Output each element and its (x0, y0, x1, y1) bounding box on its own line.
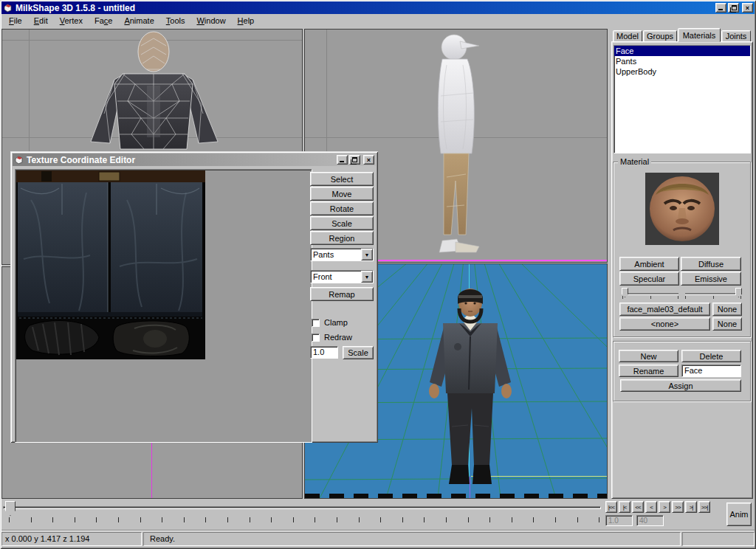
delete-button[interactable]: Delete (681, 350, 741, 362)
materials-list[interactable]: Face Pants UpperBody (614, 45, 751, 153)
first-frame-button[interactable]: |<< (605, 501, 617, 513)
region-button[interactable]: Region (310, 231, 374, 245)
tab-joints[interactable]: Joints (721, 30, 751, 42)
prev-keyframe-button[interactable]: |< (619, 501, 630, 513)
redraw-label: Redraw (324, 333, 352, 342)
texture-canvas[interactable] (15, 169, 312, 443)
texture-coordinate-editor-window: Texture Coordinate Editor × (10, 151, 378, 443)
close-icon: × (746, 4, 749, 12)
texture-editor-title-bar[interactable]: Texture Coordinate Editor × (13, 153, 376, 166)
scale-value-input[interactable]: 1.0 (310, 346, 338, 359)
tab-groups[interactable]: Groups (643, 30, 677, 42)
assign-button[interactable]: Assign (620, 379, 741, 392)
menu-tools[interactable]: Tools (160, 15, 191, 27)
next-keyframe-button[interactable]: >| (685, 501, 697, 513)
close-icon: × (367, 156, 371, 164)
window-title: MilkShape 3D 1.5.8 - untitled (16, 3, 135, 13)
material-preview (645, 173, 719, 245)
minimize-button[interactable] (715, 3, 726, 13)
list-item-pants[interactable]: Pants (614, 56, 750, 66)
move-button[interactable]: Move (310, 187, 374, 201)
clamp-checkbox[interactable] (312, 319, 320, 327)
alpha-none-button[interactable]: None (712, 317, 742, 331)
milkshape-window: MilkShape 3D 1.5.8 - untitled × File Edi… (0, 0, 756, 549)
menu-vertex[interactable]: Vertex (54, 15, 89, 27)
anim-toggle-button[interactable]: Anim (726, 503, 752, 526)
material-groupbox-label: Material (618, 157, 651, 166)
maximize-icon (352, 157, 357, 162)
emissive-button[interactable]: Emissive (681, 272, 741, 286)
shininess-slider-track[interactable] (622, 293, 678, 294)
remap-button[interactable]: Remap (310, 287, 374, 301)
rename-button[interactable]: Rename (619, 365, 678, 377)
texture-editor-minimize-button[interactable] (337, 155, 348, 165)
menu-window[interactable]: Window (190, 15, 231, 27)
menu-file[interactable]: File (3, 15, 28, 27)
list-item-upperbody[interactable]: UpperBody (614, 66, 750, 77)
prev-frame-button[interactable]: < (645, 501, 657, 513)
material-name-input[interactable]: Face (681, 365, 741, 377)
restore-button[interactable] (728, 3, 739, 13)
timeline-thumb[interactable] (5, 501, 16, 516)
texture-none-button[interactable]: None (712, 303, 742, 316)
chevron-down-icon[interactable]: ▼ (361, 271, 373, 283)
scale-apply-button[interactable]: Scale (343, 346, 374, 359)
menu-animate[interactable]: Animate (118, 15, 159, 27)
near-grid-dashes (305, 494, 607, 498)
next-frame-button[interactable]: > (659, 501, 670, 513)
right-panel: Model Groups Materials Joints Face Pants… (611, 27, 755, 499)
diffuse-button[interactable]: Diffuse (681, 257, 741, 271)
animation-bar: |<< |< << < > >> >| >>| 1.0 40 Anim (1, 499, 755, 528)
minimize-icon (340, 161, 344, 162)
menu-face[interactable]: Face (89, 15, 118, 27)
fast-forward-button[interactable]: >> (672, 501, 684, 513)
scale-tool-button[interactable]: Scale (310, 216, 374, 230)
app-icon (3, 3, 13, 13)
list-item-face[interactable]: Face (614, 46, 750, 56)
slider-ticks (622, 296, 678, 299)
transparency-slider-track[interactable] (685, 293, 741, 294)
slider-ticks (685, 296, 741, 299)
texture-map-button[interactable]: face_male03_default (619, 303, 710, 316)
status-extra (682, 532, 755, 546)
timeline-ticks (9, 517, 599, 522)
group-dropdown[interactable]: Pants ▼ (310, 248, 374, 261)
close-button[interactable]: × (742, 3, 753, 13)
rotate-button[interactable]: Rotate (310, 201, 374, 215)
status-bar: x 0.000 y 1.417 z 1.194 Ready. (1, 530, 755, 546)
texture-editor-title: Texture Coordinate Editor (27, 155, 135, 165)
model-side-wireframe (410, 30, 498, 258)
view-dropdown[interactable]: Front ▼ (310, 270, 374, 283)
current-frame-field[interactable]: 1.0 (605, 515, 633, 526)
redraw-checkbox[interactable] (312, 334, 320, 342)
fast-rewind-button[interactable]: << (632, 501, 644, 513)
tab-model[interactable]: Model (613, 30, 642, 42)
restore-icon (732, 5, 737, 10)
status-message: Ready. (143, 532, 681, 546)
menu-bar: File Edit Vertex Face Animate Tools Wind… (1, 14, 755, 27)
material-groupbox: Material Am (613, 162, 751, 337)
texture-editor-maximize-button[interactable] (349, 155, 360, 165)
model-3d-textured (400, 279, 540, 493)
new-button[interactable]: New (619, 350, 678, 362)
status-coordinates: x 0.000 y 1.417 z 1.194 (1, 532, 142, 546)
tab-materials[interactable]: Materials (678, 28, 721, 42)
clamp-checkbox-row: Clamp (312, 318, 348, 327)
chevron-down-icon[interactable]: ▼ (361, 249, 373, 260)
model-front-wireframe (76, 31, 231, 153)
specular-button[interactable]: Specular (619, 272, 679, 286)
last-frame-button[interactable]: >>| (698, 501, 710, 513)
pants-texture-image (16, 170, 205, 359)
alpha-map-button[interactable]: <none> (619, 317, 710, 331)
total-frames-field[interactable]: 40 (636, 515, 664, 526)
minimize-icon (718, 9, 723, 10)
texture-editor-close-button[interactable]: × (363, 155, 374, 165)
ambient-button[interactable]: Ambient (619, 257, 679, 271)
material-actions-groupbox: New Delete Rename Face Assign (613, 341, 751, 401)
title-bar: MilkShape 3D 1.5.8 - untitled × (1, 1, 755, 14)
menu-edit[interactable]: Edit (28, 15, 54, 27)
timeline-track[interactable] (3, 506, 601, 509)
menu-help[interactable]: Help (232, 15, 261, 27)
select-button[interactable]: Select (310, 172, 374, 186)
clamp-label: Clamp (324, 318, 348, 327)
